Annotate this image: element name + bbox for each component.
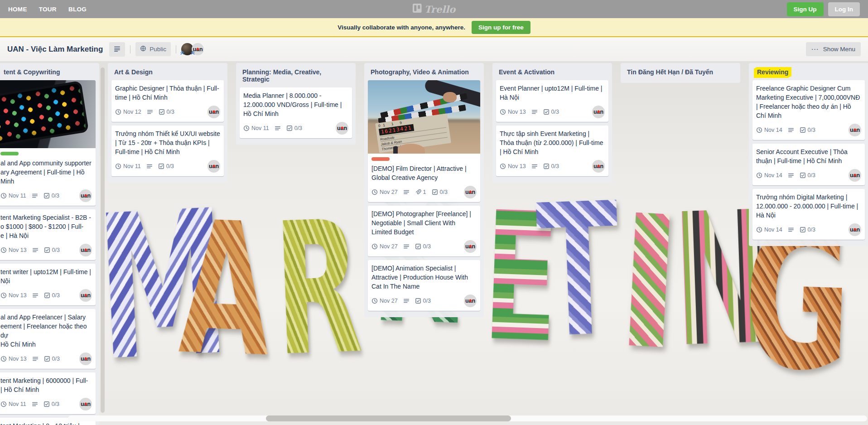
nav-link-blog[interactable]: BLOG	[68, 6, 87, 13]
card[interactable]: al and App community supporter ary Agree…	[0, 80, 96, 206]
card-member-avatar[interactable]: uan	[464, 186, 477, 198]
list-title[interactable]: Event & Activation	[496, 66, 608, 80]
horizontal-scrollbar-thumb[interactable]	[266, 415, 511, 421]
card-badges: Nov 270/3uan	[371, 295, 477, 307]
list-vertical-scrollbar[interactable]	[101, 68, 105, 413]
list-title[interactable]: Tin Đăng Hết Hạn / Đã Tuyển	[624, 66, 737, 80]
card[interactable]: [DEMO] Animation Specialist | Attractive…	[368, 260, 480, 311]
due-date-badge: Nov 27	[371, 189, 398, 195]
checklist-badge: 0/3	[543, 109, 559, 115]
checklist-count: 0/3	[423, 298, 431, 304]
avatar-letter: u	[337, 125, 341, 131]
card-badges: Nov 110/3uan	[115, 160, 220, 173]
card[interactable]: Graphic Designer | Thỏa thuận | Full-tim…	[111, 80, 224, 122]
card[interactable]: Event Planner | upto12M | Full-time | Hà…	[496, 80, 608, 122]
avatar-letter: u	[465, 189, 469, 195]
list-title[interactable]: Reviewing	[752, 66, 865, 80]
avatar-letter: a	[84, 356, 87, 362]
card[interactable]: Freelance Graphic Designer Cum Marketing…	[752, 80, 865, 140]
card[interactable]: 01 1 916213421RoadsideJakob & RyanThomas…	[368, 80, 480, 202]
checklist-count: 0/3	[52, 247, 60, 253]
card[interactable]: Senior Account Executive | Thỏa thuận | …	[752, 144, 865, 185]
list-title[interactable]: tent & Copywriting	[0, 66, 96, 80]
due-date-badge: Nov 13	[0, 292, 27, 299]
nav-link-tour[interactable]: TOUR	[39, 6, 57, 13]
card[interactable]: Trưởng nhóm Thiết kế UX/UI website | Từ …	[111, 126, 224, 176]
card[interactable]: Trưởng nhóm Digital Marketing | 12.000.0…	[752, 189, 865, 240]
card-member-avatar[interactable]: uan	[464, 240, 477, 253]
card[interactable]: tent Marketing Specialist - B2B - o $100…	[0, 209, 96, 260]
avatar-letter: a	[84, 292, 87, 299]
card-member-avatar[interactable]: uan	[79, 398, 92, 411]
show-menu-button[interactable]: ··· Show Menu	[806, 42, 861, 56]
card-badges: Nov 140/3uan	[756, 223, 861, 236]
avatar-letter: u	[81, 401, 84, 407]
card-member-avatar[interactable]: uan	[207, 160, 220, 173]
card-member-avatar[interactable]: uan	[849, 223, 861, 236]
avatar-letter: a	[854, 172, 857, 179]
list-title-text: Event & Activation	[499, 68, 555, 76]
member-avatar-uan[interactable]: uan	[192, 43, 204, 55]
list-title[interactable]: Planning: Media, Creative, Strategic	[240, 66, 352, 87]
card-member-avatar[interactable]: uan	[464, 295, 477, 307]
board-members: uan	[181, 43, 204, 55]
card-member-avatar[interactable]: uan	[849, 124, 861, 136]
card[interactable]: [DEMO] Photographer [Freelance] | Negoti…	[368, 206, 480, 256]
card-badges: Nov 270/3uan	[371, 240, 477, 253]
due-date-text: Nov 11	[251, 125, 269, 131]
avatar-letter: n	[87, 292, 91, 299]
card-member-avatar[interactable]: uan	[79, 244, 92, 256]
description-icon	[531, 163, 538, 169]
visibility-badge[interactable]: Public	[135, 42, 171, 56]
due-date-badge: Nov 27	[371, 298, 398, 304]
card[interactable]: tent writer | upto12M | Full-time | NộiN…	[0, 264, 96, 305]
card[interactable]: Media Planner | 8.000.000 - 12.000.000 V…	[240, 87, 352, 138]
list-title-text: Photography, Video & Animation	[371, 68, 469, 76]
checklist-count: 0/3	[551, 163, 559, 169]
avatar-letter: n	[856, 227, 860, 233]
checklist-badge: 0/3	[800, 127, 815, 133]
show-menu-label: Show Menu	[823, 46, 855, 53]
checklist-badge: 0/3	[158, 163, 174, 169]
avatar-letter: a	[469, 298, 472, 304]
log-in-button[interactable]: Log In	[828, 2, 860, 16]
promo-message: Visually collaborate with anyone, anywhe…	[338, 24, 465, 31]
due-date-badge: Nov 13	[500, 163, 526, 169]
avatar-letter: u	[465, 243, 469, 250]
board-title[interactable]: UAN - Việc Làm Marketing	[7, 45, 103, 54]
checklist-count: 0/3	[808, 127, 815, 133]
card-badges: Nov 130/3uan	[0, 353, 92, 365]
card-title: Thực tập sinh Event Marketing | Thỏa thu…	[500, 129, 605, 156]
card-member-avatar[interactable]: uan	[207, 106, 220, 118]
due-date-text: Nov 13	[9, 247, 27, 253]
card-member-avatar[interactable]: uan	[849, 169, 861, 182]
card[interactable]: al and App Freelancer | Salary eement | …	[0, 309, 96, 369]
sign-up-button[interactable]: Sign Up	[787, 2, 824, 16]
board-canvas: MARKETING tent & Copywritingal and App c…	[0, 61, 868, 425]
card-member-avatar[interactable]: uan	[79, 353, 92, 365]
checklist-badge: 0/3	[44, 292, 60, 299]
checklist-count: 0/3	[808, 172, 815, 179]
description-icon	[146, 163, 153, 169]
card[interactable]: Thực tập sinh Event Marketing | Thỏa thu…	[496, 126, 608, 176]
nav-link-home[interactable]: HOME	[8, 6, 27, 13]
card[interactable]: tent Marketing | 6000000 | Full- | Hồ Ch…	[0, 372, 96, 414]
hand-shape	[443, 92, 457, 102]
due-date-badge: Nov 14	[756, 127, 782, 133]
list-title[interactable]: Photography, Video & Animation	[368, 66, 480, 80]
board-header: UAN - Việc Làm Marketing Public uan ··· …	[0, 37, 868, 61]
card-title: [DEMO] Film Director | Attractive | Glob…	[371, 164, 477, 182]
card-title: Trưởng nhóm Digital Marketing | 12.000.0…	[756, 193, 861, 220]
card-member-avatar[interactable]: uan	[592, 106, 605, 118]
card-member-avatar[interactable]: uan	[79, 289, 92, 302]
card-member-avatar[interactable]: uan	[79, 189, 92, 202]
description-icon	[275, 125, 281, 131]
list-title[interactable]: Art & Design	[111, 66, 224, 80]
card-member-avatar[interactable]: uan	[592, 160, 605, 173]
sign-up-for-free-button[interactable]: Sign up for free	[472, 21, 530, 34]
board-menu-button[interactable]	[109, 42, 125, 57]
card-member-avatar[interactable]: uan	[336, 122, 348, 135]
list: Art & DesignGraphic Designer | Thỏa thuậ…	[108, 63, 227, 183]
checklist-count: 0/3	[440, 189, 448, 195]
trello-brand[interactable]: Trello	[413, 0, 456, 18]
